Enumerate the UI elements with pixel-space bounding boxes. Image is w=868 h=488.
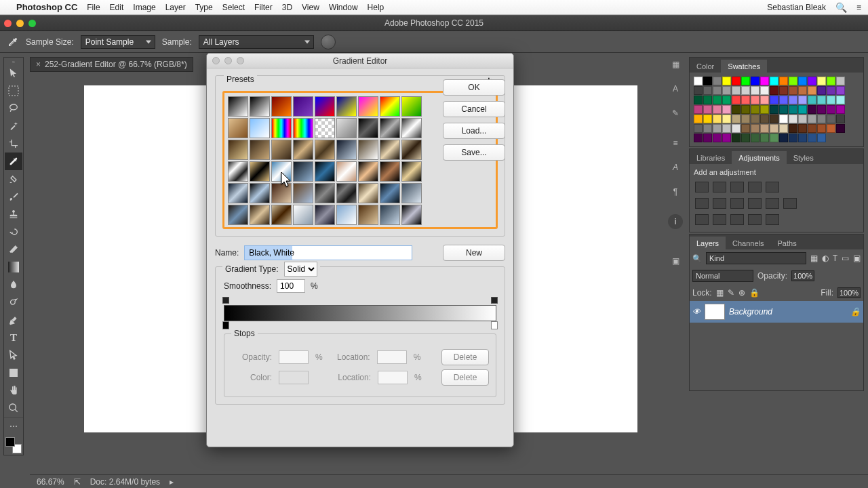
brush-tool[interactable] [5,188,22,205]
swatch[interactable] [703,86,712,95]
swatch[interactable] [751,105,760,114]
marquee-tool[interactable] [5,82,22,100]
gradient-preset[interactable] [336,183,357,203]
gradient-preset[interactable] [380,183,400,203]
hand-tool[interactable] [5,382,22,399]
sample-ring-button[interactable] [321,35,336,49]
gradient-preset[interactable] [380,161,400,182]
swatch[interactable] [817,96,826,104]
sample-combo[interactable]: All Layers [199,35,314,49]
swatch[interactable] [817,124,826,133]
zoom-tool[interactable] [5,399,22,417]
swatch[interactable] [808,134,816,142]
swatch[interactable] [703,134,712,142]
gradient-preset[interactable] [228,205,248,225]
swatch[interactable] [760,86,769,95]
gradient-preset[interactable] [271,161,292,182]
filter-shape-icon[interactable]: ▭ [842,253,849,263]
swatch[interactable] [694,96,703,104]
gradient-preset[interactable] [293,118,313,138]
dodge-tool[interactable] [5,293,22,311]
swatch[interactable] [722,115,731,123]
gradient-tool[interactable] [5,258,22,276]
adj-photo-icon[interactable] [748,198,762,209]
delete-opacity-stop-button[interactable]: Delete [441,349,489,365]
gradient-preset[interactable] [401,205,422,225]
gradient-preset[interactable] [401,161,422,182]
adj-invert-icon[interactable] [695,214,709,225]
minimize-window-icon[interactable] [16,20,24,27]
swatch[interactable] [722,134,731,142]
gradient-preset[interactable] [293,161,313,182]
opacity-stop-right[interactable] [491,297,498,304]
swatch[interactable] [789,96,797,104]
wand-tool[interactable] [5,117,22,135]
swatch[interactable] [827,77,835,85]
swatch[interactable] [694,77,703,85]
swatch[interactable] [751,124,760,133]
gradient-preset[interactable] [250,161,270,182]
blur-tool[interactable] [5,276,22,293]
swatch[interactable] [703,96,712,104]
menu-layer[interactable]: Layer [165,3,186,12]
swatch[interactable] [779,96,788,104]
swatch[interactable] [760,134,769,142]
swatch[interactable] [732,105,741,114]
cancel-button[interactable]: Cancel [443,101,505,117]
swatch[interactable] [827,96,835,104]
swatch[interactable] [789,115,797,123]
adj-hue-icon[interactable] [695,198,709,209]
dialog-close-icon[interactable] [212,57,220,64]
swatch[interactable] [741,115,750,123]
adj-bw-icon[interactable] [730,198,744,209]
filter-type-icon[interactable]: T [833,253,837,263]
swatch[interactable] [798,77,807,85]
swatch[interactable] [760,115,769,123]
swatch[interactable] [789,77,797,85]
gradient-type-select[interactable]: Solid [284,262,317,277]
menu-file[interactable]: File [87,3,100,12]
gradient-preset[interactable] [315,183,335,203]
gradient-preset[interactable] [271,205,292,225]
swatch[interactable] [751,86,760,95]
dialog-min-icon[interactable] [224,57,232,64]
gradient-preset[interactable] [271,140,292,160]
swatch[interactable] [817,86,826,95]
gradient-preset[interactable] [401,118,422,138]
swatch[interactable] [808,86,816,95]
info-panel-icon[interactable]: i [668,214,683,229]
swatch[interactable] [713,96,722,104]
swatch[interactable] [713,134,722,142]
move-tool[interactable] [5,64,22,82]
stop-color-swatch[interactable] [279,371,309,384]
swatch[interactable] [703,115,712,123]
swatch[interactable] [779,115,788,123]
document-tab[interactable]: × 252-Gradient Editor @ 66.7% (RGB/8*) [30,57,193,72]
swatch[interactable] [798,124,807,133]
tab-libraries[interactable]: Libraries [690,151,732,164]
lock-all-icon[interactable]: 🔒 [749,288,760,298]
swatch[interactable] [703,105,712,114]
lock-pixels-icon[interactable]: ▦ [716,288,724,298]
close-window-icon[interactable] [4,20,12,27]
swatch[interactable] [770,77,778,85]
swatch[interactable] [798,105,807,114]
gradient-preset[interactable] [250,118,270,138]
crop-tool[interactable] [5,135,22,152]
heal-tool[interactable] [5,170,22,188]
menu-3d[interactable]: 3D [282,3,292,12]
visibility-eye-icon[interactable]: 👁 [692,307,701,317]
load-button[interactable]: Load... [443,123,505,139]
swatch[interactable] [741,86,750,95]
swatch[interactable] [817,77,826,85]
app-menu[interactable]: Photoshop CC [16,2,77,12]
para2-panel-icon[interactable]: ¶ [668,184,683,199]
swatch[interactable] [751,77,760,85]
doc-info-arrow-icon[interactable]: ▸ [170,477,174,487]
gradient-preset[interactable] [250,205,270,225]
tab-color[interactable]: Color [690,60,721,73]
fill-field[interactable] [837,287,861,298]
fgbg-colors[interactable] [5,437,22,453]
swatch[interactable] [694,124,703,133]
lasso-tool[interactable] [5,100,22,117]
